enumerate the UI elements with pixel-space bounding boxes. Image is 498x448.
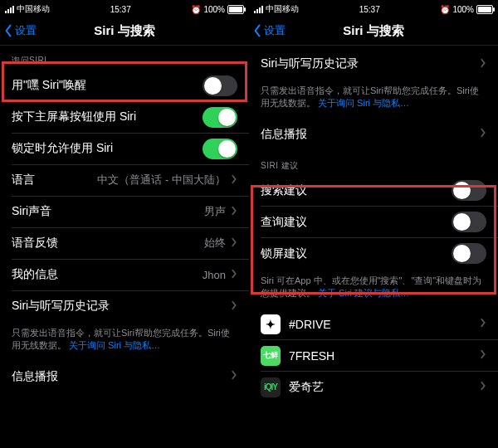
app-label: #DRIVE bbox=[289, 318, 480, 331]
footer-suggest: Siri 可在App 中、或在您使用"搜索"、"查询"和键盘时为您提供建议。 关… bbox=[249, 270, 498, 309]
footer-ask-siri: 只需发出语音指令，就可让Siri帮助您完成任务。Siri使用无线数据。 关于询问… bbox=[249, 80, 498, 119]
chevron-right-icon bbox=[231, 370, 237, 382]
row-history[interactable]: Siri与听写历史记录 bbox=[0, 290, 249, 322]
toggle-suggest-lock[interactable] bbox=[452, 243, 486, 264]
nav-bar: 设置 Siri 与搜索 bbox=[249, 17, 498, 46]
row-label: 信息播报 bbox=[261, 127, 480, 142]
row-suggest-lookup[interactable]: 查询建议 bbox=[249, 207, 498, 238]
left-screenshot: 中国移动 15:37 ⏰ 100% 设置 Siri 与搜索 询问SIRI 用"嘿… bbox=[0, 0, 249, 448]
privacy-ask-siri-link[interactable]: 关于询问 Siri 与隐私… bbox=[318, 98, 409, 108]
toggle-suggest-lookup[interactable] bbox=[452, 212, 486, 232]
row-label: 锁屏建议 bbox=[261, 246, 452, 261]
row-label: 语音反馈 bbox=[12, 236, 204, 251]
back-button[interactable]: 设置 bbox=[252, 17, 286, 45]
row-feedback[interactable]: 语音反馈 始终 bbox=[0, 227, 249, 259]
section-header-suggest: SIRI 建议 bbox=[249, 150, 498, 175]
row-label: 我的信息 bbox=[12, 267, 203, 282]
chevron-right-icon bbox=[480, 128, 486, 140]
row-announce[interactable]: 信息播报 bbox=[249, 119, 498, 150]
row-label: 按下主屏幕按钮使用 Siri bbox=[12, 110, 203, 124]
app-label: 爱奇艺 bbox=[289, 380, 480, 395]
row-label: 用"嘿 Siri"唤醒 bbox=[12, 78, 203, 93]
signal-icon bbox=[254, 6, 263, 13]
battery-icon bbox=[476, 5, 493, 14]
battery-icon bbox=[227, 5, 244, 14]
back-label: 设置 bbox=[264, 23, 286, 38]
footer-ask-siri: 只需发出语音指令，就可让Siri帮助您完成任务。Siri使用无线数据。 关于询问… bbox=[0, 322, 249, 361]
chevron-right-icon bbox=[480, 349, 486, 362]
row-suggest-lock[interactable]: 锁屏建议 bbox=[249, 238, 498, 270]
clock: 15:37 bbox=[110, 5, 131, 14]
row-label: 搜索建议 bbox=[261, 183, 452, 198]
chevron-right-icon bbox=[480, 318, 486, 330]
page-title: Siri 与搜索 bbox=[94, 23, 154, 39]
row-my-info[interactable]: 我的信息 Jhon bbox=[0, 259, 249, 290]
chevron-left-icon bbox=[252, 24, 262, 37]
chevron-right-icon bbox=[231, 237, 237, 250]
chevron-right-icon bbox=[480, 381, 486, 393]
row-label: Siri与听写历史记录 bbox=[12, 299, 231, 314]
row-language[interactable]: 语言 中文（普通话 - 中国大陆） bbox=[0, 164, 249, 196]
row-locked-siri[interactable]: 锁定时允许使用 Siri bbox=[0, 133, 249, 164]
privacy-suggest-link[interactable]: 关于 Siri 建议与隐私… bbox=[318, 288, 409, 298]
toggle-suggest-search[interactable] bbox=[452, 180, 486, 201]
privacy-ask-siri-link[interactable]: 关于询问 Siri 与隐私… bbox=[69, 340, 160, 350]
row-value: 始终 bbox=[204, 236, 226, 251]
app-row-iqiyi[interactable]: iQIY 爱奇艺 bbox=[249, 372, 498, 403]
nav-bar: 设置 Siri 与搜索 bbox=[0, 17, 249, 46]
carrier-label: 中国移动 bbox=[17, 3, 50, 15]
page-title: Siri 与搜索 bbox=[343, 23, 403, 39]
row-value: 中文（普通话 - 中国大陆） bbox=[97, 173, 226, 187]
status-bar: 中国移动 15:37 ⏰ 100% bbox=[0, 0, 249, 17]
row-label: 查询建议 bbox=[261, 215, 452, 230]
status-bar: 中国移动 15:37 ⏰ 100% bbox=[249, 0, 498, 17]
row-label: 语言 bbox=[12, 173, 97, 187]
app-icon-iqiyi: iQIY bbox=[261, 377, 281, 397]
app-row-drive[interactable]: ✦ #DRIVE bbox=[249, 309, 498, 340]
chevron-left-icon bbox=[3, 24, 13, 37]
app-icon-drive: ✦ bbox=[261, 314, 281, 334]
alarm-icon: ⏰ bbox=[440, 5, 450, 14]
chevron-right-icon bbox=[231, 300, 237, 313]
row-value: 男声 bbox=[204, 204, 226, 219]
row-voice[interactable]: Siri声音 男声 bbox=[0, 196, 249, 227]
battery-pct: 100% bbox=[203, 5, 225, 14]
row-suggest-search[interactable]: 搜索建议 bbox=[249, 175, 498, 207]
alarm-icon: ⏰ bbox=[191, 5, 201, 14]
row-label: 信息播报 bbox=[12, 369, 231, 384]
chevron-right-icon bbox=[480, 58, 486, 71]
toggle-hey-siri[interactable] bbox=[203, 75, 237, 96]
chevron-right-icon bbox=[231, 206, 237, 218]
app-row-7fresh[interactable]: 七鲜 7FRESH bbox=[249, 340, 498, 372]
row-label: Siri与听写历史记录 bbox=[261, 56, 480, 71]
carrier-label: 中国移动 bbox=[266, 3, 299, 15]
app-label: 7FRESH bbox=[289, 349, 480, 363]
signal-icon bbox=[5, 6, 14, 13]
chevron-right-icon bbox=[231, 174, 237, 187]
row-announce[interactable]: 信息播报 bbox=[0, 361, 249, 392]
row-value: Jhon bbox=[203, 269, 226, 281]
section-header-ask-siri: 询问SIRI bbox=[0, 45, 249, 70]
chevron-right-icon bbox=[231, 269, 237, 281]
app-icon-7fresh: 七鲜 bbox=[261, 346, 281, 366]
row-label: Siri声音 bbox=[12, 204, 204, 219]
clock: 15:37 bbox=[359, 5, 380, 14]
battery-pct: 100% bbox=[452, 5, 474, 14]
row-history[interactable]: Siri与听写历史记录 bbox=[249, 48, 498, 80]
right-screenshot: 中国移动 15:37 ⏰ 100% 设置 Siri 与搜索 Siri与听写历史记… bbox=[249, 0, 498, 448]
toggle-home-button-siri[interactable] bbox=[203, 107, 237, 128]
back-label: 设置 bbox=[15, 23, 37, 38]
toggle-locked-siri[interactable] bbox=[203, 139, 237, 159]
row-home-button-siri[interactable]: 按下主屏幕按钮使用 Siri bbox=[0, 101, 249, 133]
back-button[interactable]: 设置 bbox=[3, 17, 37, 45]
row-label: 锁定时允许使用 Siri bbox=[12, 141, 203, 156]
row-hey-siri[interactable]: 用"嘿 Siri"唤醒 bbox=[0, 70, 249, 101]
